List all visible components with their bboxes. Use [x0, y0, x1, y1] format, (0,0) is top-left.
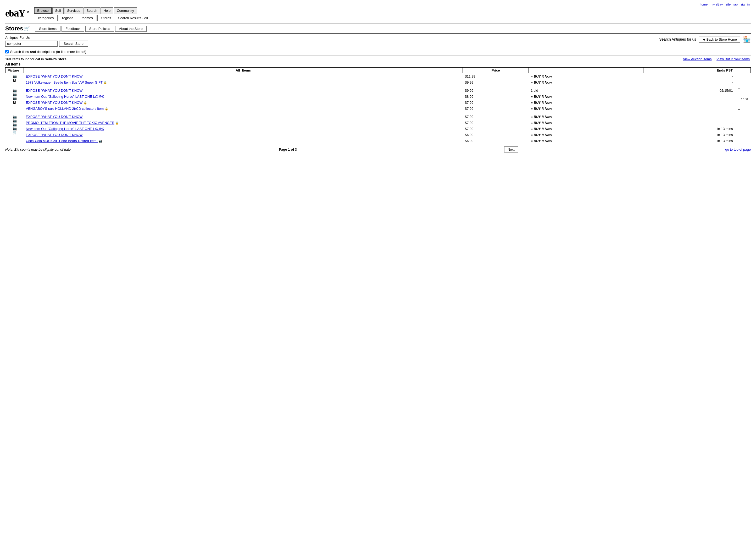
- all-items-label: All Items: [5, 62, 751, 66]
- item-link[interactable]: EXPOSE "WHAT YOU DON'T KNOW: [26, 89, 83, 92]
- go-to-top-link[interactable]: go to top of page: [725, 147, 751, 151]
- item-link[interactable]: EXPOSE "WHAT YOU DON'T KNOW: [26, 133, 83, 137]
- view-links: View Auction Items | View But It Now Ite…: [682, 57, 751, 61]
- item-type: ≡ BUY it Now: [529, 132, 643, 138]
- item-type: ≡ BUY it Now: [529, 138, 643, 144]
- item-link[interactable]: New Item Out "Galloping Horse" LAST ONE …: [26, 127, 104, 131]
- items-table: Picture All Items Price Ends PST 📷 🖼 EXP…: [5, 67, 751, 144]
- camera-icon: 📷: [13, 115, 17, 119]
- camera2-icon: 📷: [99, 139, 102, 142]
- nav-btn-community[interactable]: Community: [114, 7, 137, 14]
- sub-nav-regions[interactable]: regions: [58, 15, 77, 21]
- item-link[interactable]: 1973 Volkswagen Beetle Item Bus VW Super…: [26, 80, 103, 84]
- bracket-cell-group3: [735, 114, 751, 144]
- sub-nav-themes[interactable]: themes: [78, 15, 97, 21]
- header-row: ebaYTM Browse Sell Services Search Help …: [5, 7, 751, 22]
- stores-logo: Stores 🛒: [5, 25, 30, 32]
- lock-icon: 🔒: [115, 121, 119, 124]
- table-row: 1973 Volkswagen Beetle Item Bus VW Super…: [5, 79, 751, 85]
- view-auction-items-link[interactable]: View Auction Items: [683, 57, 712, 61]
- item-link[interactable]: EXPOSE "WHAT YOU DON'T KNOW: [26, 74, 83, 78]
- tab-store-items[interactable]: Store Items: [35, 26, 60, 32]
- item-title: New Item Out "Galloping Horse" LAST ONE …: [24, 126, 463, 132]
- item-title: EXPOSE "WHAT YOU DON'T KNOW: [24, 87, 463, 93]
- pic-cell-group3: 📷 📷 📷 📷 🛒: [5, 114, 24, 144]
- camera-icon: 📷: [13, 96, 17, 100]
- view-buy-it-now-link[interactable]: View But It Now Items: [716, 57, 750, 61]
- store-icon: 🏪: [743, 36, 751, 43]
- item-price: $6.99: [463, 138, 529, 144]
- table-row: 📷 📷 📷 🖼 EXPOSE "WHAT YOU DON'T KNOW $9.9…: [5, 87, 751, 93]
- item-ends: -: [643, 106, 735, 112]
- search-area: Antiques For Us Search Store Search Anti…: [5, 36, 751, 48]
- checkbox-row: Search titles and descriptions (to find …: [5, 50, 751, 56]
- nav-sitemap[interactable]: site map: [726, 3, 738, 6]
- item-title: EXPOSE "WHAT YOU DON'T KNOW 🔒: [24, 100, 463, 106]
- top-nav: home my eBay site map sign in: [5, 3, 751, 6]
- camera-icon: 📷: [13, 123, 17, 126]
- search-descriptions-checkbox[interactable]: [5, 50, 9, 53]
- sub-nav-stores[interactable]: Stores: [97, 15, 115, 21]
- item-ends: -: [643, 100, 735, 106]
- item-title: PROMO ITEM FROM THE MOVIE THE TOXIC AVEN…: [24, 120, 463, 126]
- search-store-button[interactable]: Search Store: [59, 41, 88, 47]
- checkbox-label: Search titles and descriptions (to find …: [10, 50, 86, 54]
- tab-feedback[interactable]: Feedback: [62, 26, 84, 32]
- nav-btn-search[interactable]: Search: [84, 7, 100, 14]
- item-title: 1973 Volkswagen Beetle Item Bus VW Super…: [24, 79, 463, 85]
- sub-nav-categories[interactable]: categories: [34, 15, 58, 21]
- camera-icon: 📷: [13, 126, 17, 130]
- item-ends: -: [643, 93, 735, 100]
- item-title: EXPOSE "WHAT YOU DON'T KNOW: [24, 114, 463, 120]
- nav-btn-sell[interactable]: Sell: [52, 7, 64, 14]
- table-row: VENGABOYS rare HOLLAND 2trCD collectors …: [5, 106, 751, 112]
- item-ends: in 13 mins: [643, 138, 735, 144]
- cart-icon: 🛒: [13, 130, 17, 134]
- item-ends: -: [643, 114, 735, 120]
- item-type: ≡ BUY it Now: [529, 93, 643, 100]
- table-row: PROMO ITEM FROM THE MOVIE THE TOXIC AVEN…: [5, 120, 751, 126]
- item-ends: -: [643, 79, 735, 85]
- nav-btn-services[interactable]: Services: [64, 7, 83, 14]
- next-button[interactable]: Next: [504, 146, 518, 152]
- item-price: $7.99: [463, 114, 529, 120]
- col-bracket: [735, 68, 751, 73]
- item-link[interactable]: PROMO ITEM FROM THE MOVIE THE TOXIC AVEN…: [26, 121, 114, 125]
- item-link[interactable]: EXPOSE "WHAT YOU DON'T KNOW: [26, 101, 83, 104]
- search-results-label: Search Results - All: [118, 16, 148, 20]
- nav-home[interactable]: home: [700, 3, 708, 6]
- item-price: $9.99: [463, 79, 529, 85]
- item-link[interactable]: EXPOSE "WHAT YOU DON'T KNOW: [26, 115, 83, 119]
- nav-btn-browse[interactable]: Browse: [34, 7, 52, 14]
- search-left: Antiques For Us Search Store: [5, 36, 654, 48]
- nav-myebay[interactable]: my eBay: [711, 3, 723, 6]
- tab-store-policies[interactable]: Store Policies: [85, 26, 114, 32]
- camera-icon: 📷: [13, 119, 17, 123]
- ebay-logo: ebaYTM: [5, 7, 29, 18]
- item-link[interactable]: New Item Out "Galloping Horse" LAST ONE …: [26, 95, 104, 98]
- col-picture: Picture: [5, 68, 24, 73]
- lock-icon: 🔒: [103, 81, 107, 84]
- bracket-number: 1101: [741, 97, 749, 101]
- lock-icon: 🔒: [105, 107, 108, 110]
- item-type: ≡ BUY it Now: [529, 120, 643, 126]
- item-title: New Item Out "Galloping Horse" LAST ONE …: [24, 93, 463, 100]
- table-row: New Item Out "Galloping Horse" LAST ONE …: [5, 126, 751, 132]
- bracket-cell-group1: [735, 73, 751, 86]
- item-price: $7.99: [463, 120, 529, 126]
- stores-tabs: Store Items Feedback Store Policies Abou…: [35, 26, 146, 32]
- item-ends: in 13 mins: [643, 126, 735, 132]
- pic-cell-group2: 📷 📷 📷 🖼: [5, 87, 24, 112]
- nav-signin[interactable]: sign in: [741, 3, 750, 6]
- back-to-store-button[interactable]: ◄ Back to Store Home: [699, 36, 740, 43]
- item-title: EXPOSE "WHAT YOU DON'T KNOW: [24, 73, 463, 80]
- item-link[interactable]: VENGABOYS rare HOLLAND 2trCD collectors …: [26, 107, 104, 110]
- item-type: 1 bid: [529, 87, 643, 93]
- main-nav-buttons: Browse Sell Services Search Help Communi…: [34, 7, 751, 14]
- results-info-row: 160 items found for cat in Seller's Stor…: [5, 57, 751, 61]
- search-input[interactable]: [5, 41, 58, 47]
- item-link[interactable]: Coca-Cola MUSICAL-Polar Bears-Retired It…: [26, 139, 98, 143]
- item-price: $7.99: [463, 126, 529, 132]
- nav-btn-help[interactable]: Help: [101, 7, 113, 14]
- tab-about-store[interactable]: About the Store: [115, 26, 147, 32]
